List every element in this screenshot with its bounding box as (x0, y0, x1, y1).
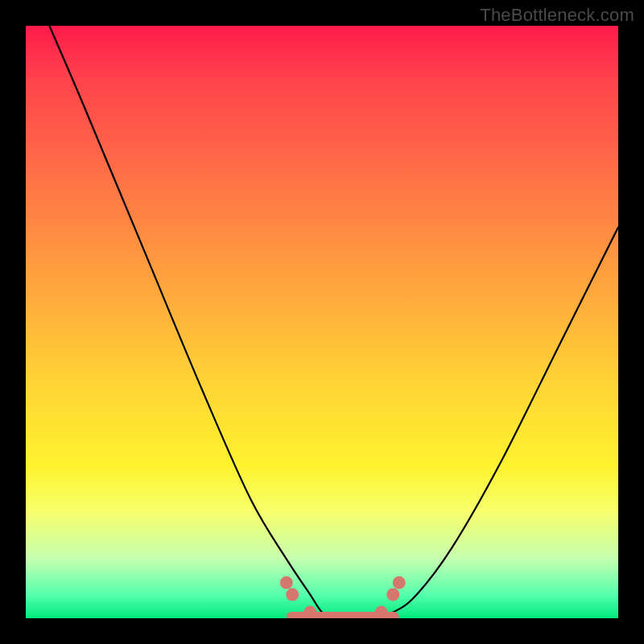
highlighted-nodes (280, 576, 406, 618)
chart-frame: TheBottleneck.com (0, 0, 644, 644)
bottleneck-curve (26, 26, 618, 618)
highlight-node (375, 606, 388, 618)
highlight-node (393, 576, 406, 589)
highlight-node (303, 606, 316, 618)
highlight-node (280, 576, 293, 589)
watermark-text: TheBottleneck.com (480, 5, 634, 26)
highlight-node (386, 588, 399, 601)
plot-area (26, 26, 618, 618)
curve-path (49, 26, 618, 618)
highlight-node (286, 588, 299, 601)
